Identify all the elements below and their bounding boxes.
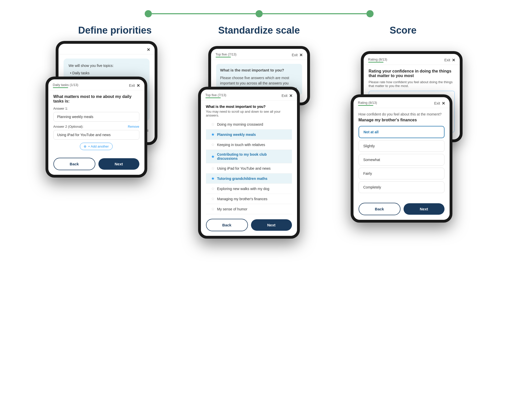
question-fg-1: What matters most to me about my daily t… — [53, 94, 139, 104]
exit-label-bg-3: Exit — [444, 58, 450, 62]
fg-device-2: Top five (7/13) Exit ✕ What is the most … — [198, 87, 300, 239]
next-btn-fg-3[interactable]: Next — [404, 203, 445, 215]
star-icon-3: ★ — [211, 154, 215, 159]
panels-row: ✕ We will show you five topics: Daily ta… — [30, 41, 488, 290]
answer2-label: Answer 2 (Optional): Remove — [53, 125, 139, 128]
item-text-6: Exploring new walks with my dog — [217, 187, 269, 191]
star-icon-0: ☆ — [211, 122, 215, 127]
header-text-bg-3: Rating (8/13) — [368, 57, 387, 61]
topic-1: Daily tasks — [70, 70, 144, 76]
exit-btn-fg-1[interactable]: Exit ✕ — [129, 83, 140, 88]
card-body-fg-1: What matters most to me about my daily t… — [48, 90, 144, 154]
header-text-fg-3: Rating (8/13) — [358, 101, 377, 105]
answer1-input[interactable] — [53, 112, 139, 122]
list-item-3[interactable]: ★ Contributing to my book club discussio… — [206, 150, 292, 163]
header-label-bg-2: Top five (7/13) — [216, 52, 236, 57]
next-btn-fg-2[interactable]: Next — [251, 219, 292, 231]
progress-line-1 — [152, 13, 256, 14]
exit-x-bg-1: ✕ — [147, 47, 150, 52]
list-item-4[interactable]: ☆ Using iPad for YouTube and news — [206, 163, 292, 173]
list-items: ☆ Doing my morning crossword ★ Planning … — [206, 119, 292, 214]
rating-option-4[interactable]: Completely — [359, 181, 445, 193]
rating-option-3[interactable]: Fairly — [359, 168, 445, 179]
exit-btn-bg-1[interactable]: ✕ — [145, 47, 150, 52]
header-label-fg-1: Daily tasks (1/13) — [53, 83, 78, 88]
next-btn-fg-1[interactable]: Next — [98, 158, 139, 170]
list-item-6[interactable]: ☆ Exploring new walks with my dog — [206, 184, 292, 194]
exit-label-fg-3: Exit — [434, 101, 440, 105]
list-item-8[interactable]: ☆ My sense of humor — [206, 204, 292, 214]
rating-option-1[interactable]: Slightly — [359, 140, 445, 152]
exit-btn-fg-2[interactable]: Exit ✕ — [282, 93, 292, 98]
confidence-question: How confident do you feel about this at … — [359, 112, 445, 116]
header-progress-fg-3 — [358, 105, 373, 106]
exit-label-bg-2: Exit — [292, 53, 298, 57]
card-header-fg-2: Top five (7/13) Exit ✕ — [201, 90, 297, 100]
exit-btn-bg-3[interactable]: Exit ✕ — [444, 58, 455, 63]
star-icon-8: ☆ — [211, 207, 215, 211]
card-header-bg-3: Rating (8/13) Exit ✕ — [364, 54, 460, 65]
star-icon-7: ☆ — [211, 196, 215, 201]
exit-btn-bg-2[interactable]: Exit ✕ — [292, 53, 302, 57]
intro-title: We will show you five topics: — [69, 63, 144, 68]
card-footer-fg-2: Back Next — [201, 215, 297, 236]
panel-col-2: Top five (7/13) Exit ✕ What is the most … — [183, 41, 335, 285]
list-item-0[interactable]: ☆ Doing my morning crossword — [206, 119, 292, 129]
header-label-fg-3: Rating (8/13) — [358, 101, 377, 106]
progress-dot-2 — [256, 10, 263, 17]
list-item-5[interactable]: ★ Tutoring grandchildren maths — [206, 173, 292, 184]
sections-header: Define priorities Standardize scale Scor… — [43, 25, 475, 36]
question-bg-2: What is the most important to you? — [220, 67, 298, 73]
item-text-0: Doing my morning crossword — [217, 122, 263, 126]
item-text-4: Using iPad for YouTube and news — [217, 166, 271, 170]
star-icon-5: ★ — [211, 176, 215, 181]
list-item-1[interactable]: ★ Planning weekly meals — [206, 129, 292, 140]
item-text-5: Tutoring grandchildren maths — [217, 177, 268, 181]
screen-card-fg-1: Daily tasks (1/13) Exit ✕ What matters m… — [48, 79, 144, 175]
progress-dot-3 — [366, 10, 374, 17]
section-title-2: Standardize scale — [187, 25, 331, 36]
item-text-3: Contributing to my book club discussions — [217, 152, 287, 161]
card-header-fg-3: Rating (8/13) Exit ✕ — [353, 97, 450, 108]
header-label-fg-2: Top five (7/13) — [205, 93, 226, 98]
exit-x-bg-2: ✕ — [299, 53, 303, 57]
progress-line-2 — [263, 13, 366, 14]
rating-section-title: Rating your confidence in doing the thin… — [369, 69, 455, 78]
list-item-7[interactable]: ☆ Managing my brother's finances — [206, 194, 292, 204]
header-progress-fg-1 — [53, 87, 68, 88]
item-text-8: My sense of humor — [217, 207, 247, 211]
header-text-fg-2: Top five (7/13) — [205, 93, 226, 97]
instruction-fg-2: You may need to scroll up and down to se… — [206, 110, 292, 117]
header-progress-fg-2 — [205, 97, 221, 98]
rating-option-2[interactable]: Somewhat — [359, 154, 445, 166]
back-btn-fg-3[interactable]: Back — [359, 203, 401, 215]
rating-section-desc: Please rate how confident you feel about… — [369, 80, 455, 88]
star-icon-1: ★ — [211, 132, 215, 137]
star-icon-2: ☆ — [211, 142, 215, 147]
progress-dot-1 — [145, 10, 152, 17]
exit-x-bg-3: ✕ — [452, 58, 455, 63]
confidence-topic: Manage my brother's finances — [359, 118, 445, 122]
header-text-bg-2: Top five (7/13) — [216, 52, 236, 56]
add-another-icon: ⊕ — [84, 144, 86, 148]
back-btn-fg-1[interactable]: Back — [53, 158, 95, 170]
exit-label-fg-1: Exit — [129, 83, 135, 88]
rating-option-0[interactable]: Not at all — [359, 126, 445, 138]
add-another-btn[interactable]: ⊕ + Add another — [80, 143, 112, 150]
exit-btn-fg-3[interactable]: Exit ✕ — [434, 101, 445, 106]
card-header-fg-1: Daily tasks (1/13) Exit ✕ — [48, 79, 144, 90]
progress-bar — [145, 10, 374, 17]
header-label-bg-3: Rating (8/13) — [368, 57, 387, 63]
rating-options: Not at all Slightly Somewhat Fairly — [359, 126, 445, 193]
exit-x-fg-2: ✕ — [289, 93, 292, 98]
star-icon-4: ☆ — [211, 166, 215, 171]
remove-link[interactable]: Remove — [128, 125, 139, 128]
screen-card-fg-2: Top five (7/13) Exit ✕ What is the most … — [201, 90, 297, 236]
fg-device-3: Rating (8/13) Exit ✕ How confident do yo… — [351, 94, 452, 223]
answer2-input[interactable] — [53, 130, 139, 140]
exit-x-fg-3: ✕ — [442, 101, 445, 106]
exit-x-fg-1: ✕ — [137, 83, 140, 88]
back-btn-fg-2[interactable]: Back — [206, 219, 248, 231]
list-item-2[interactable]: ☆ Keeping in touch with relatives — [206, 140, 292, 150]
fg-device-1: Daily tasks (1/13) Exit ✕ What matters m… — [46, 77, 147, 178]
